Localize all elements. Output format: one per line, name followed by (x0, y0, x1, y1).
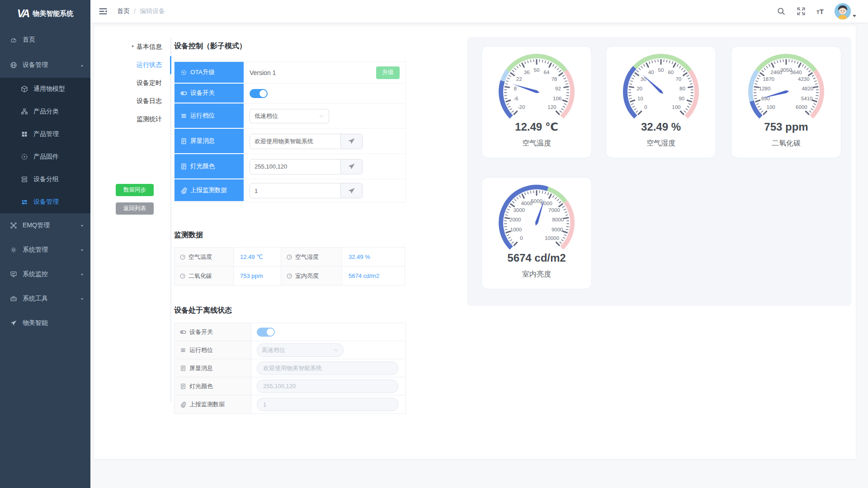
field-label: 灯光颜色 (190, 162, 215, 170)
gauge-label: 室内亮度 (522, 270, 551, 279)
breadcrumb: 首页 / 编辑设备 (117, 7, 165, 15)
data-sync-button[interactable]: 数据同步 (116, 184, 154, 196)
gauge-card-co2: 1006901280187024603050364042304820541060… (731, 46, 841, 158)
gauge-chart-brightness: 0100020003000400050006000700080009000100… (487, 183, 586, 251)
gauge-card-brightness: 0100020003000400050006000700080009000100… (481, 177, 592, 289)
report-data-label-cell: 上报监测数据 (175, 179, 244, 202)
fullscreen-icon[interactable] (797, 7, 806, 16)
light-color-input[interactable]: 255,100,120 (250, 160, 340, 174)
monitor-data-title: 监测数据 (174, 230, 406, 240)
collapse-sidebar-icon[interactable] (98, 7, 108, 16)
gauge-label: 空气温度 (522, 139, 551, 148)
send-icon (348, 137, 355, 145)
gear-label-cell: 运行档位 (175, 103, 244, 129)
sidebar-item-wumei-smart[interactable]: 物美智能 (0, 311, 90, 335)
svg-text:1870: 1870 (763, 76, 774, 82)
light-color-input-group: 255,100,120 (250, 159, 363, 174)
document-icon (180, 365, 186, 371)
font-size-icon[interactable]: TT (816, 8, 824, 15)
sidebar-item-product-firmware[interactable]: 产品固件 (0, 145, 90, 168)
avatar[interactable] (835, 3, 851, 19)
sitemap-icon (21, 108, 28, 115)
gauge-card-air-temp: -20-68223650647892106120 12.49 ℃ 空气温度 (481, 46, 592, 158)
gauge-value: 753 ppm (764, 121, 808, 133)
device-power-toggle[interactable] (250, 89, 268, 98)
monitor-icon (10, 271, 17, 278)
field-label: OTA升级 (190, 68, 215, 76)
tab-label: 基本信息 (137, 43, 162, 51)
offline-light-color-cell: 255,100,120 (251, 377, 406, 395)
svg-text:8000: 8000 (552, 217, 564, 222)
offline-switch-cell (251, 323, 406, 341)
report-data-input-group: 1 (250, 183, 363, 198)
tab-device-log[interactable]: 设备日志 (94, 92, 170, 110)
send-light-color-button[interactable] (340, 160, 362, 174)
upgrade-button[interactable]: 升级 (376, 66, 400, 79)
sidebar-item-label: 产品管理 (33, 130, 59, 138)
svg-text:-6: -6 (514, 96, 518, 101)
sidebar-item-home[interactable]: 首页 (0, 27, 90, 52)
drone-icon (10, 222, 17, 229)
edit-device-card: * 基本信息 运行状态 设备定时 设备日志 监测统计 数据同步 返回列表 设备控… (94, 26, 856, 459)
offline-row-light-color: 灯光颜色 255,100,120 (175, 377, 406, 395)
svg-text:80: 80 (679, 86, 685, 91)
switch-icon (180, 329, 186, 335)
gear-level-select[interactable]: 低速档位 (250, 109, 329, 123)
svg-text:100: 100 (672, 104, 680, 110)
sidebar-item-label: 系统监控 (23, 270, 48, 278)
shadow-control-form: OTA升级 Version 1 升级 设备开关 (174, 61, 406, 202)
sidebar-item-system-tools[interactable]: 系统工具 ▾ (0, 286, 90, 311)
offline-row-gear-level: 运行档位 高速档位 (175, 341, 406, 359)
report-data-input[interactable]: 1 (250, 183, 340, 198)
sidebar-item-device-management-group[interactable]: 设备管理 ▴ (0, 52, 90, 78)
gear-value-cell: 低速档位 (244, 103, 406, 129)
gauges-panel: -20-68223650647892106120 12.49 ℃ 空气温度 01… (467, 37, 851, 306)
tab-monitor-stats[interactable]: 监测统计 (94, 110, 170, 128)
sidebar-item-system-management[interactable]: 系统管理 ▾ (0, 238, 90, 262)
gauge-value: 12.49 ℃ (515, 121, 558, 133)
ota-icon (180, 69, 187, 76)
device-tabs: * 基本信息 运行状态 设备定时 设备日志 监测统计 (94, 38, 170, 128)
field-label: 运行档位 (190, 112, 215, 120)
user-menu[interactable] (835, 3, 856, 19)
breadcrumb-home[interactable]: 首页 (117, 7, 130, 15)
ota-label-cell: OTA升级 (175, 62, 244, 84)
svg-text:60: 60 (668, 70, 674, 75)
sidebar-item-emq-management[interactable]: EMQ管理 ▾ (0, 213, 90, 238)
sidebar-item-product-management[interactable]: 产品管理 (0, 123, 90, 145)
send-screen-message-button[interactable] (340, 134, 362, 149)
sidebar-item-device-management[interactable]: 设备管理 (0, 191, 90, 213)
document-icon (180, 163, 187, 170)
gauge-chart-air-humidity: 0102030405060708090100 (611, 52, 711, 120)
offline-switch-label: 设备开关 (175, 323, 251, 341)
sidebar-item-thing-model[interactable]: 通用物模型 (0, 78, 90, 100)
svg-text:7000: 7000 (548, 207, 560, 213)
tab-device-timing[interactable]: 设备定时 (94, 74, 170, 92)
sidebar-item-device-group[interactable]: 设备分组 (0, 168, 90, 191)
send-report-data-button[interactable] (340, 183, 362, 198)
sidebar-item-label: 系统管理 (23, 246, 48, 254)
app-logo[interactable]: VA 物美智能系统 (0, 0, 90, 27)
gauge-card-air-humidity: 0102030405060708090100 32.49 % 空气湿度 (606, 46, 716, 158)
svg-text:20: 20 (637, 86, 642, 91)
form-row-screen-message: 屏显消息 欢迎使用物美智能系统 (175, 129, 406, 154)
gauge-icon (179, 273, 186, 279)
back-to-list-button[interactable]: 返回列表 (116, 202, 154, 215)
sidebar-item-label: EMQ管理 (23, 221, 50, 230)
tab-running-status[interactable]: 运行状态 (94, 56, 170, 74)
tab-basic-info[interactable]: * 基本信息 (94, 38, 170, 56)
screen-message-input[interactable]: 欢迎使用物美智能系统 (250, 134, 340, 149)
dashboard-icon (10, 36, 17, 43)
monitor-value-co2: 753 ppm (234, 267, 281, 286)
svg-text:50: 50 (534, 67, 540, 73)
sidebar-item-system-monitoring[interactable]: 系统监控 ▾ (0, 262, 90, 286)
tab-label: 设备定时 (137, 79, 162, 87)
light-color-value-cell: 255,100,120 (244, 154, 406, 179)
offline-gear-select: 高速档位 (257, 343, 344, 357)
sidebar-submenu: 通用物模型 产品分类 产品管理 产品固件 设备分组 设备管理 (0, 78, 90, 213)
sidebar-item-label: 系统工具 (23, 295, 48, 303)
search-icon[interactable] (777, 7, 786, 16)
form-row-ota: OTA升级 Version 1 升级 (175, 62, 406, 84)
sidebar-item-product-category[interactable]: 产品分类 (0, 100, 90, 123)
chevron-down-icon: ▾ (81, 224, 84, 228)
